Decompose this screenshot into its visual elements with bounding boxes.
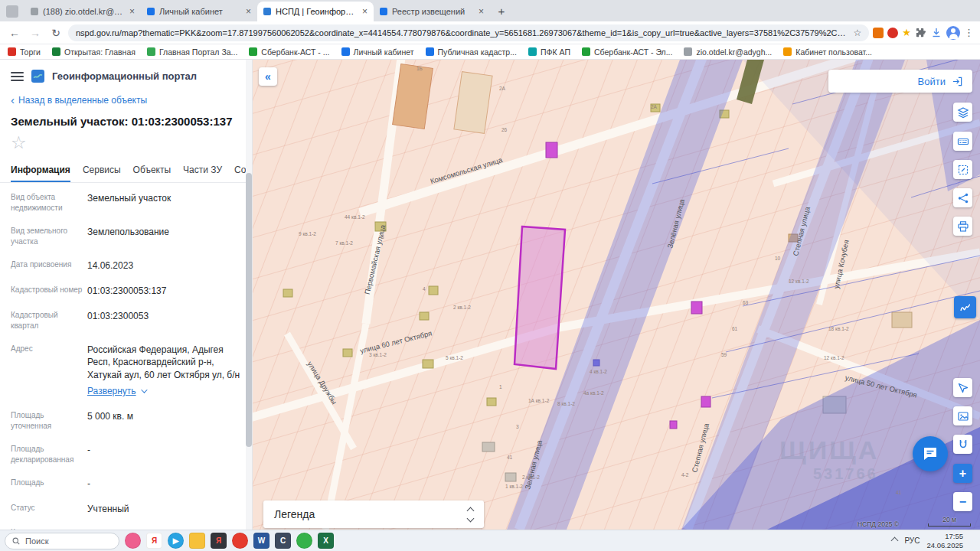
bookmark-item[interactable]: Сбербанк-АСТ - Эл... [582,47,673,57]
bookmark-item[interactable]: zio.otdel.kr@adygh... [684,47,772,57]
chat-bubble-icon [921,445,939,463]
basemap-button[interactable] [953,406,972,425]
portal-logo-icon [31,70,44,83]
field-label: Площадь декларированная [11,444,87,465]
watermark-text: ЩИЩА [779,435,879,465]
clock[interactable]: 17:55 24.06.2025 [926,532,963,550]
bookmark-item[interactable]: Сбербанк-АСТ - ... [249,47,329,57]
zoom-out-button[interactable]: − [953,492,972,511]
address-bar[interactable]: nspd.gov.ru/map?thematic=PKK&zoom=17.871… [68,24,869,41]
dark-app-icon[interactable]: Я [211,533,227,549]
taskbar-search[interactable]: Поиск [5,533,119,549]
yandex-app-icon[interactable]: Я [146,533,162,549]
bookmark-star-icon[interactable]: ☆ [854,28,862,38]
menu-hamburger-icon[interactable] [11,72,24,81]
tab-label: НСПД | Геоинформационный [276,7,358,16]
code-app-icon[interactable]: C [275,533,291,549]
legend-chevrons-icon [468,508,473,521]
word-app-icon[interactable]: W [253,533,270,549]
extension-icon-star[interactable]: ★ [902,28,911,38]
panel-tab-части зу[interactable]: Части ЗУ [183,165,222,182]
extension-icon-red[interactable] [887,28,898,38]
green-app-icon[interactable] [296,533,312,549]
panel-tab-сервисы[interactable]: Сервисы [83,165,121,182]
collapse-panel-button[interactable]: « [259,67,277,86]
tab-close-icon[interactable]: × [246,6,251,17]
url-text[interactable]: nspd.gov.ru/map?thematic=PKK&zoom=17.871… [76,28,849,37]
bookmark-item[interactable]: Торги [8,47,41,57]
parcel-fields: Вид объекта недвижимостиЗемельный участо… [0,183,252,530]
bookmark-item[interactable]: Главная Портал За... [147,47,237,57]
scrollbar-thumb[interactable] [246,173,252,447]
profile-avatar[interactable] [946,26,960,40]
tab-search-icon[interactable] [6,5,18,18]
plus-icon: + [959,467,966,481]
bookmark-item[interactable]: Открытая: Главная [52,47,136,57]
bookmark-label: Сбербанк-АСТ - Эл... [594,47,673,57]
favorite-star-icon[interactable]: ☆ [0,131,252,155]
messenger-app-icon[interactable]: ▶ [168,533,184,549]
bookmark-label: Кабинет пользоват... [795,47,872,57]
layers-button[interactable] [953,103,972,122]
snap-button[interactable] [953,435,972,454]
browser-tab[interactable]: НСПД | Геоинформационный× [257,2,374,21]
panel-tab-информация[interactable]: Информация [11,165,70,182]
parcel-number-label: 1А кв.1-2 [528,398,550,403]
bookmark-favicon [341,47,350,56]
zoom-in-button[interactable]: + [953,464,972,483]
bookmark-item[interactable]: Публичная кадастр... [426,47,517,57]
field-row: Дата присвоения14.06.2023 [11,253,241,279]
cadastral-map[interactable]: ЩИЩА531766 Комсомольская улицаПервомайск… [253,60,980,530]
print-button[interactable] [953,217,972,236]
excel-app-icon[interactable]: X [318,533,334,549]
legend-toggle[interactable]: Легенда [263,500,484,528]
locate-button[interactable] [953,378,972,397]
browser-tab[interactable]: Реестр извещений× [374,2,490,21]
info-panel: Геоинформационный портал ‹ Назад в выдел… [0,60,253,530]
panel-tab-объекты[interactable]: Объекты [133,165,172,182]
parcel-number-label: 2 кв.1-2 [453,305,471,310]
map-area[interactable]: ЩИЩА531766 Комсомольская улицаПервомайск… [253,60,980,530]
parcel-number-label: 61 [732,326,738,331]
gallery-app-icon[interactable] [125,533,141,549]
chat-button[interactable] [913,436,948,471]
parcel-number-label: 44 кв.1-2 [345,214,365,220]
login-button[interactable]: Войти [828,70,972,93]
bookmark-label: Публичная кадастр... [438,47,517,57]
tray-expand-icon[interactable] [891,537,899,545]
bookmark-item[interactable]: ПФК АП [528,47,570,57]
bookmark-item[interactable]: Кабинет пользоват... [783,47,872,57]
back-icon[interactable]: ← [6,24,23,41]
measure-button[interactable] [953,132,972,151]
red-browser-icon[interactable] [232,533,248,549]
field-row: Вид объекта недвижимостиЗемельный участо… [11,186,241,220]
bookmark-item[interactable]: Личный кабинет [341,47,414,57]
tab-close-icon[interactable]: × [362,6,368,17]
tab-close-icon[interactable]: × [129,6,135,17]
language-indicator[interactable]: РУС [904,536,920,545]
tab-close-icon[interactable]: × [479,6,484,17]
sidebar-scrollbar[interactable] [246,60,252,530]
tab-favicon [31,8,38,15]
browser-tab[interactable]: (188) zio.otdel.kr@adygheya.g...× [24,2,141,21]
field-label: Категория земель [11,527,87,530]
reload-icon[interactable]: ↻ [47,24,64,41]
browser-menu-icon[interactable]: ⋮ [964,27,974,38]
draw-tool-button[interactable] [954,296,976,318]
browser-tab[interactable]: Личный кабинет× [141,2,257,21]
share-button[interactable] [953,188,972,207]
forward-icon[interactable]: → [27,24,44,41]
expand-address-link[interactable]: Развернуть [87,385,241,398]
bookmark-favicon [783,47,792,56]
file-explorer-icon[interactable] [189,533,205,549]
new-tab-button[interactable]: + [493,2,510,19]
field-value: Землепользование [87,226,241,247]
extensions-puzzle-icon[interactable] [915,27,926,38]
selected-parcel-highlight[interactable] [514,227,565,369]
downloads-icon[interactable] [930,27,942,39]
back-to-selected-objects-link[interactable]: ‹ Назад в выделенные объекты [0,90,252,107]
extension-icon-orange[interactable] [873,28,884,38]
field-label: Дата присвоения [11,259,87,272]
parcel-number-label: 12 кв.1-2 [789,279,809,284]
select-area-button[interactable] [953,160,972,179]
